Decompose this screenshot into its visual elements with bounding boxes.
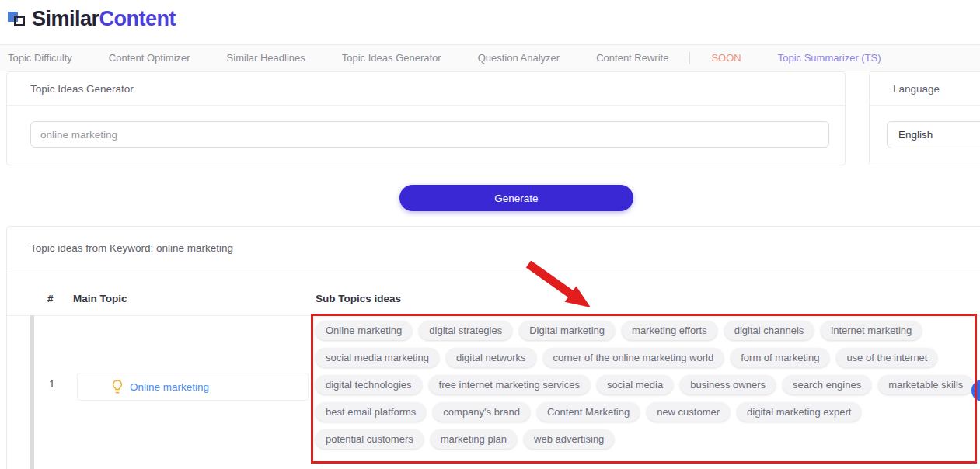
chip-row: potential customers marketing plan web a… bbox=[316, 429, 980, 449]
topic-ideas-generator-card: Topic Ideas Generator bbox=[6, 71, 846, 165]
sub-topic-chip[interactable]: corner of the online marketing world bbox=[543, 348, 724, 367]
brand-logo[interactable]: SimilarContent bbox=[8, 9, 176, 30]
nav-divider bbox=[689, 52, 690, 64]
sub-topics-area: Online marketing digital strategies Digi… bbox=[316, 321, 980, 457]
sub-topic-chip[interactable]: best email platforms bbox=[316, 402, 426, 422]
results-header: Topic ideas from Keyword: online marketi… bbox=[30, 242, 233, 254]
sub-topic-chip[interactable]: internet marketing bbox=[821, 321, 922, 340]
language-card: Language English bbox=[869, 71, 980, 165]
row-accent-bar bbox=[30, 315, 34, 469]
language-card-title: Language bbox=[893, 83, 940, 95]
chip-row: Online marketing digital strategies Digi… bbox=[316, 321, 980, 340]
chip-row: best email platforms company's brand Con… bbox=[316, 402, 980, 422]
chip-row: digital technologies free internet marke… bbox=[316, 375, 980, 394]
main-topic-link[interactable]: Online marketing bbox=[130, 381, 209, 393]
results-divider bbox=[7, 269, 980, 269]
sub-topic-chip[interactable]: digital channels bbox=[724, 321, 814, 340]
column-header-main-topic: Main Topic bbox=[73, 293, 127, 304]
nav-topic-difficulty[interactable]: Topic Difficulty bbox=[8, 52, 72, 64]
sub-topic-chip[interactable]: digital strategies bbox=[419, 321, 512, 340]
nav-content-rewrite[interactable]: Content Rewrite bbox=[596, 52, 668, 64]
sub-topic-chip[interactable]: free internet marketing services bbox=[429, 375, 590, 394]
nav-similar-headlines[interactable]: Similar Headlines bbox=[227, 52, 305, 64]
brand-name-secondary: Content bbox=[99, 7, 176, 30]
column-header-index: # bbox=[47, 293, 54, 304]
sub-topic-chip[interactable]: digital technologies bbox=[316, 375, 422, 394]
main-nav: Topic Difficulty Content Optimizer Simil… bbox=[0, 44, 980, 71]
keyword-input[interactable] bbox=[30, 121, 829, 148]
nav-topic-ideas-generator[interactable]: Topic Ideas Generator bbox=[342, 52, 441, 64]
column-header-sub-topics: Sub Topics ideas bbox=[316, 293, 401, 304]
sub-topic-chip[interactable]: company's brand bbox=[433, 402, 530, 422]
sub-topic-chip[interactable]: business owners bbox=[680, 375, 776, 394]
generate-button[interactable]: Generate bbox=[399, 185, 633, 211]
sub-topic-chip[interactable]: digital marketing expert bbox=[737, 402, 861, 422]
results-card: Topic ideas from Keyword: online marketi… bbox=[6, 226, 980, 469]
generator-card-title: Topic Ideas Generator bbox=[30, 83, 134, 95]
sub-topic-chip[interactable]: form of marketing bbox=[731, 348, 829, 367]
nav-content-optimizer[interactable]: Content Optimizer bbox=[109, 52, 190, 64]
sub-topic-chip[interactable]: social media bbox=[597, 375, 673, 394]
sub-topic-chip[interactable]: Content Marketing bbox=[537, 402, 640, 422]
brand-logo-icon bbox=[8, 9, 28, 30]
sub-topic-chip[interactable]: marketing plan bbox=[431, 429, 517, 449]
lightbulb-icon bbox=[112, 380, 123, 394]
sub-topic-chip[interactable]: Online marketing bbox=[316, 321, 412, 340]
sub-topic-chip[interactable]: use of the internet bbox=[836, 348, 937, 367]
sub-topic-chip[interactable]: potential customers bbox=[316, 429, 424, 449]
chip-row: social media marketing digital networks … bbox=[316, 348, 980, 367]
language-select[interactable]: English bbox=[887, 121, 980, 148]
sub-topic-chip[interactable]: search engines bbox=[783, 375, 871, 394]
sub-topic-chip[interactable]: social media marketing bbox=[316, 348, 439, 367]
table-header-divider bbox=[7, 315, 980, 316]
main-topic-cell: Online marketing bbox=[77, 373, 309, 401]
language-card-divider bbox=[870, 105, 980, 106]
nav-question-analyzer[interactable]: Question Analyzer bbox=[478, 52, 560, 64]
generator-card-divider bbox=[7, 105, 845, 106]
top-bar: SimilarContent bbox=[0, 0, 980, 44]
sub-topic-chip[interactable]: web advertising bbox=[524, 429, 614, 449]
brand-logo-text: SimilarContent bbox=[32, 9, 176, 30]
brand-name-primary: Similar bbox=[32, 7, 99, 30]
row-index: 1 bbox=[49, 378, 55, 390]
nav-soon-badge: SOON bbox=[711, 52, 741, 64]
sub-topic-chip[interactable]: marketing efforts bbox=[622, 321, 717, 340]
sub-topic-chip[interactable]: Digital marketing bbox=[519, 321, 615, 340]
sub-topic-chip[interactable]: digital networks bbox=[446, 348, 536, 367]
sub-topic-chip[interactable]: marketable skills bbox=[878, 375, 973, 394]
nav-topic-summarizer[interactable]: Topic Summarizer (TS) bbox=[778, 52, 881, 64]
sub-topic-chip[interactable]: new customer bbox=[647, 402, 730, 422]
